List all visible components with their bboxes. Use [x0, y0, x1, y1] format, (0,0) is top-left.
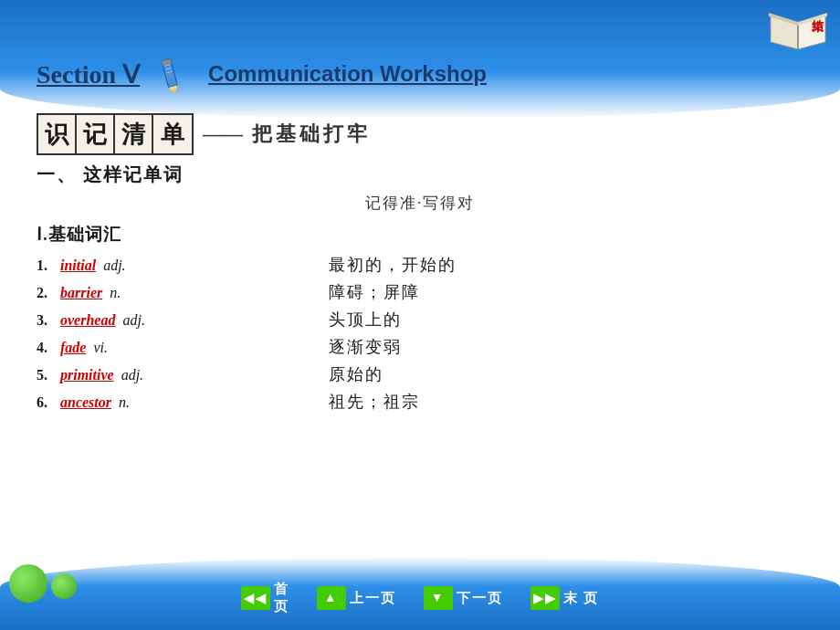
- vocab-meaning: 祖先；祖宗: [329, 391, 803, 413]
- char-1: 识: [38, 115, 77, 153]
- vocab-list: 1. initial adj. 最初的，开始的 2. barrier n. 障碍…: [37, 254, 803, 413]
- list-item: 4. fade vi. 逐渐变弱: [37, 336, 803, 358]
- end-label: 结束: [809, 9, 825, 11]
- workshop-label: Communication Workshop: [208, 61, 487, 87]
- vocab-word: ancestor: [60, 394, 111, 411]
- next-page-button[interactable]: ▼ 下一页: [424, 586, 503, 610]
- first-arrow-icon: ◀◀: [241, 586, 270, 610]
- pencil-icon: [149, 55, 199, 93]
- vocab-meaning: 逐渐变弱: [329, 336, 803, 358]
- vocab-meaning: 头顶上的: [329, 309, 803, 331]
- vocab-word: overhead: [60, 312, 115, 329]
- vocab-word: primitive: [60, 367, 114, 383]
- prev-label: 上一页: [350, 590, 396, 607]
- vocab-word: fade: [60, 340, 86, 356]
- vocab-word: initial: [60, 257, 96, 274]
- prev-arrow-icon: ▲: [317, 586, 346, 610]
- char-4: 单: [153, 115, 192, 153]
- next-arrow-icon: ▼: [424, 586, 453, 610]
- section-label: Section Ⅴ: [37, 59, 140, 89]
- vocab-pos: n.: [115, 394, 130, 411]
- next-label: 下一页: [457, 590, 503, 607]
- nav-bar: ◀◀ 首页 ▲ 上一页 ▼ 下一页 ▶▶ 末 页: [0, 581, 840, 615]
- banner-row: 识 记 清 单 —— 把基础打牢: [37, 113, 803, 155]
- vocab-pos: n.: [106, 285, 121, 301]
- banner-dash: ——: [203, 122, 243, 146]
- char-2: 记: [77, 115, 115, 153]
- list-item: 1. initial adj. 最初的，开始的: [37, 254, 803, 276]
- list-item: 2. barrier n. 障碍；屏障: [37, 281, 803, 303]
- vocab-meaning: 原始的: [329, 363, 803, 385]
- section-one-label: 一、 这样记单词: [37, 163, 803, 187]
- vocab-num: 5.: [37, 367, 57, 383]
- last-arrow-icon: ▶▶: [530, 586, 560, 610]
- list-item: 6. ancestor n. 祖先；祖宗: [37, 391, 803, 413]
- vocab-num: 1.: [37, 257, 57, 274]
- vocab-pos: vi.: [89, 340, 108, 356]
- first-page-button[interactable]: ◀◀ 首页: [241, 581, 289, 615]
- book-icon: 结束: [767, 7, 829, 53]
- book-svg: [767, 7, 829, 53]
- vocab-pos: adj.: [119, 312, 144, 329]
- vocab-pos: adj.: [118, 367, 143, 383]
- vocab-num: 3.: [37, 312, 57, 329]
- banner-slogan: 把基础打牢: [252, 121, 371, 148]
- vocab-word: barrier: [60, 285, 102, 301]
- subtitle: 记得准·写得对: [37, 193, 803, 214]
- last-page-button[interactable]: ▶▶ 末 页: [530, 586, 600, 610]
- vocab-num: 6.: [37, 394, 57, 411]
- vocab-header: Ⅰ.基础词汇: [37, 223, 803, 247]
- last-label: 末 页: [563, 590, 600, 607]
- list-item: 5. primitive adj. 原始的: [37, 363, 803, 385]
- vocab-num: 4.: [37, 340, 57, 356]
- main-content: Section Ⅴ Communication Workshop 识 记 清 单…: [0, 0, 840, 630]
- vocab-num: 2.: [37, 285, 57, 301]
- shiji-box: 识 记 清 单: [37, 113, 194, 155]
- first-label: 首页: [274, 581, 289, 615]
- prev-page-button[interactable]: ▲ 上一页: [317, 586, 396, 610]
- header-row: Section Ⅴ Communication Workshop: [37, 0, 803, 102]
- vocab-meaning: 最初的，开始的: [329, 254, 803, 276]
- vocab-meaning: 障碍；屏障: [329, 281, 803, 303]
- char-3: 清: [115, 115, 153, 153]
- list-item: 3. overhead adj. 头顶上的: [37, 309, 803, 331]
- vocab-pos: adj.: [100, 257, 125, 274]
